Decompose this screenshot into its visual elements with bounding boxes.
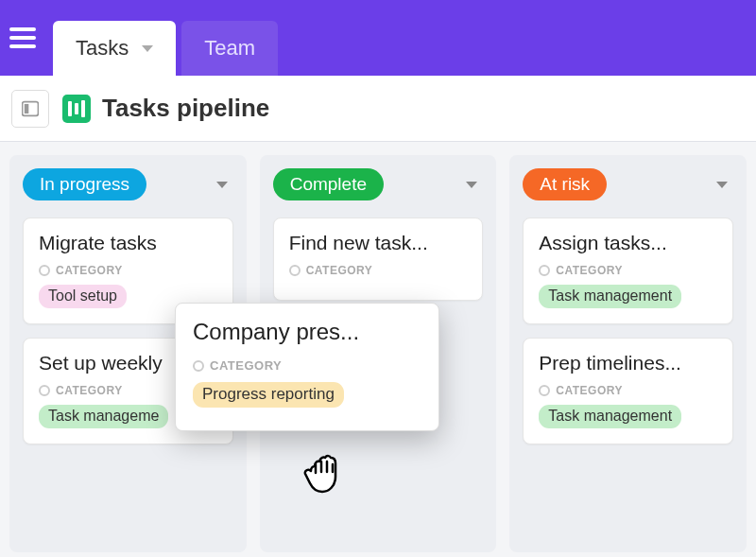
category-tag[interactable]: Progress reporting [193, 382, 344, 408]
card-title: Prep timelines... [539, 352, 717, 374]
category-label: CATEGORY [289, 264, 468, 277]
category-label: CATEGORY [39, 264, 217, 277]
status-pill[interactable]: In progress [23, 168, 146, 200]
category-tag[interactable]: Tool setup [39, 285, 127, 308]
card-title: Company pres... [193, 319, 421, 345]
top-nav: Tasks Team [0, 0, 756, 76]
column-header: In progress [23, 168, 233, 200]
chevron-down-icon[interactable] [716, 182, 728, 188]
status-pill[interactable]: Complete [273, 168, 384, 200]
circle-icon [193, 360, 204, 372]
category-tag[interactable]: Task management [539, 405, 681, 428]
task-card[interactable]: Assign tasks... CATEGORY Task management [523, 218, 733, 324]
page-title: Tasks pipeline [102, 94, 269, 123]
circle-icon [539, 265, 550, 276]
circle-icon [289, 265, 301, 276]
circle-icon [39, 265, 50, 276]
column-at-risk[interactable]: At risk Assign tasks... CATEGORY Task ma… [509, 155, 747, 552]
category-label: CATEGORY [193, 358, 421, 373]
column-header: At risk [523, 168, 733, 200]
tab-tasks[interactable]: Tasks [53, 21, 176, 76]
sidebar-toggle-button[interactable] [11, 90, 49, 128]
category-tag[interactable]: Task management [539, 285, 681, 308]
tab-team[interactable]: Team [181, 21, 278, 76]
category-label: CATEGORY [539, 264, 717, 277]
board-icon [62, 95, 91, 123]
tab-team-label: Team [204, 36, 255, 61]
chevron-down-icon[interactable] [142, 45, 153, 52]
task-card[interactable]: Prep timelines... CATEGORY Task manageme… [523, 338, 733, 444]
svg-rect-1 [25, 103, 29, 113]
task-card[interactable]: Find new task... CATEGORY [273, 218, 484, 301]
status-pill[interactable]: At risk [523, 168, 607, 200]
menu-icon[interactable] [9, 27, 36, 48]
category-label: CATEGORY [539, 384, 717, 397]
column-header: Complete [273, 168, 484, 200]
tab-tasks-label: Tasks [76, 36, 129, 61]
category-tag[interactable]: Task manageme [39, 405, 168, 428]
card-title: Migrate tasks [39, 232, 217, 254]
title-bar: Tasks pipeline [0, 76, 756, 142]
board: In progress Migrate tasks CATEGORY Tool … [0, 142, 756, 557]
dragging-card[interactable]: Company pres... CATEGORY Progress report… [175, 303, 439, 431]
chevron-down-icon[interactable] [216, 182, 228, 188]
grab-cursor-icon [298, 444, 351, 497]
circle-icon [539, 385, 550, 396]
panel-icon [22, 100, 39, 117]
circle-icon [39, 385, 50, 396]
chevron-down-icon[interactable] [466, 182, 477, 188]
card-title: Find new task... [289, 232, 468, 254]
card-title: Assign tasks... [539, 232, 717, 254]
